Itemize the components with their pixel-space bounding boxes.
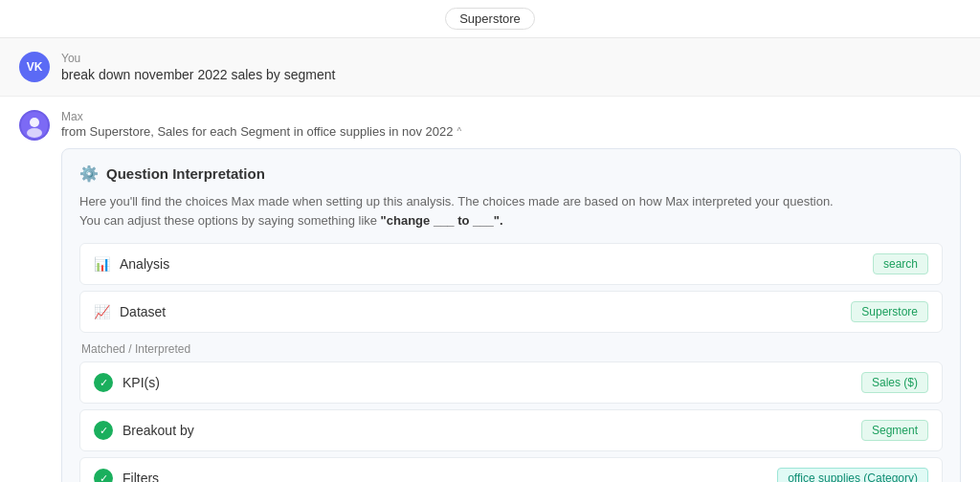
qi-desc-line2: You can adjust these options by saying s… [79, 213, 381, 228]
kpis-row: ✓ KPI(s) Sales ($) [79, 362, 943, 404]
filters-label: ✓ Filters [94, 469, 159, 482]
svg-point-2 [27, 128, 42, 138]
analysis-text: Analysis [120, 256, 169, 272]
qi-description: Here you'll find the choices Max made wh… [79, 192, 943, 230]
bar-chart-icon: 📊 [94, 256, 110, 272]
chevron-up-icon[interactable]: ^ [457, 126, 462, 137]
breakout-label: ✓ Breakout by [94, 421, 194, 440]
kpis-label: ✓ KPI(s) [94, 373, 160, 392]
dataset-row: 📈 Dataset Superstore [79, 291, 943, 333]
max-subtitle-text: from Superstore, Sales for each Segment … [61, 124, 454, 139]
analysis-label: 📊 Analysis [94, 256, 169, 272]
breakout-row: ✓ Breakout by Segment [79, 409, 943, 451]
filters-check-icon: ✓ [94, 469, 113, 482]
max-subtitle: from Superstore, Sales for each Segment … [61, 124, 961, 139]
filters-row: ✓ Filters office supplies (Category) [79, 457, 943, 482]
user-avatar: VK [19, 52, 50, 82]
question-interpretation-card: ⚙️ Question Interpretation Here you'll f… [61, 148, 961, 482]
user-author: You [61, 52, 335, 65]
matched-label: Matched / Interpreted [81, 342, 943, 356]
filters-text: Filters [122, 471, 159, 482]
user-message-content: You break down november 2022 sales by se… [61, 52, 335, 82]
svg-point-1 [30, 118, 39, 127]
kpis-badge[interactable]: Sales ($) [861, 372, 928, 393]
max-message-inner: Max from Superstore, Sales for each Segm… [61, 110, 961, 482]
top-bar: Superstore [0, 0, 980, 38]
qi-desc-highlight: "change ___ to ___". [381, 213, 503, 228]
superstore-badge[interactable]: Superstore [445, 8, 535, 30]
analysis-badge[interactable]: search [873, 253, 928, 274]
dataset-chart-icon: 📈 [94, 304, 110, 319]
qi-title: ⚙️ Question Interpretation [79, 164, 943, 183]
dataset-badge[interactable]: Superstore [851, 301, 928, 322]
max-avatar [19, 110, 50, 141]
qi-title-text: Question Interpretation [106, 165, 265, 182]
breakout-text: Breakout by [122, 423, 194, 438]
user-message: VK You break down november 2022 sales by… [0, 38, 980, 97]
breakout-badge[interactable]: Segment [861, 420, 928, 441]
max-author: Max [61, 110, 961, 123]
filters-badge[interactable]: office supplies (Category) [777, 468, 928, 482]
dataset-label: 📈 Dataset [94, 304, 166, 319]
user-message-text: break down november 2022 sales by segmen… [61, 67, 335, 82]
kpis-check-icon: ✓ [94, 373, 113, 392]
qi-desc-line1: Here you'll find the choices Max made wh… [79, 194, 834, 208]
analysis-row: 📊 Analysis search [79, 243, 943, 285]
breakout-check-icon: ✓ [94, 421, 113, 440]
dataset-text: Dataset [120, 304, 166, 319]
gear-icon: ⚙️ [79, 164, 99, 183]
max-message: Max from Superstore, Sales for each Segm… [0, 97, 980, 482]
kpis-text: KPI(s) [122, 375, 160, 390]
